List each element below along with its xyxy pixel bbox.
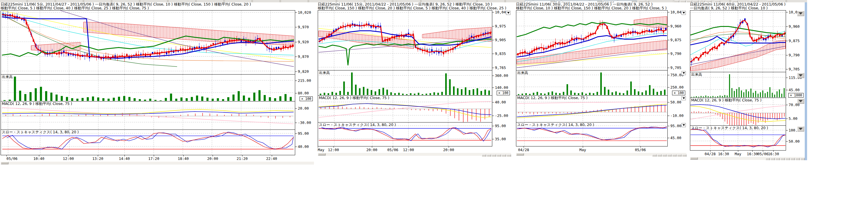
axis-tick-label: 9,875 xyxy=(668,37,681,42)
axis-tick-label: 9,705 xyxy=(668,65,681,70)
stochastics-axis: 95.0035.00 xyxy=(492,122,511,146)
price-pane: 10,0209,9709,9209,8709,820 xyxy=(1,10,314,75)
time-tick-label: 04/28 xyxy=(518,148,529,152)
time-axis: May12:0020:0005/0612:0020:00 xyxy=(318,146,511,152)
bottom-button-row[interactable] xyxy=(765,157,805,160)
axis-tick-label: 80.00 xyxy=(295,90,309,95)
volume-axis: × 100 360.00140.00 xyxy=(492,70,511,96)
chart-title: 日経225mini 11/06( 60分, 2011/04/22 - 2011/… xyxy=(690,2,805,10)
stochastics-label: スロー・ストキャスティクス( 14, 3, 80, 20 ) xyxy=(691,126,768,131)
volume-multiplier-badge: × 100 xyxy=(497,90,510,95)
time-tick-label: 20:00 xyxy=(366,148,377,152)
pane-dropdown-button[interactable] xyxy=(797,73,804,78)
axis-tick-label: 9,905 xyxy=(492,37,506,42)
price-chart[interactable] xyxy=(690,10,786,72)
axis-tick-label: 250.00 xyxy=(668,85,683,89)
volume-label: 出来高 xyxy=(319,70,330,75)
price-chart[interactable] xyxy=(516,10,668,70)
time-axis: 04/2816:30May16:3005/0616:30 xyxy=(690,151,805,156)
macd-pane: MACD( 12, 26, 9 ) 移動平均( Close, 75 ) 70.0… xyxy=(690,98,805,126)
stochastics-pane: スロー・ストキャスティクス( 14, 3, 80, 20 ) 100.0050.… xyxy=(690,126,805,151)
volume-chart[interactable] xyxy=(690,72,786,98)
pane-menu-button[interactable] xyxy=(681,96,686,100)
pane-dropdown-button[interactable] xyxy=(797,126,804,132)
bottom-button-row[interactable] xyxy=(481,154,511,157)
pane-dropdown-button[interactable] xyxy=(797,99,804,104)
pane-dropdown-button[interactable] xyxy=(797,11,804,16)
time-tick-label: 20:00 xyxy=(443,148,454,152)
time-tick-label: 12:00 xyxy=(403,148,414,152)
volume-chart[interactable] xyxy=(318,70,492,96)
axis-tick-label: 9,920 xyxy=(295,39,309,44)
volume-label: 出来高 xyxy=(691,72,702,77)
window-edge-strip xyxy=(805,2,807,160)
axis-tick-label: 50.00 xyxy=(668,100,681,104)
volume-chart[interactable] xyxy=(516,70,668,96)
axis-tick-label: 95.00 xyxy=(668,124,681,128)
time-tick-label: 05/06 xyxy=(387,148,398,152)
macd-label: MACD( 12, 26, 9 ) 移動平均( Close, 75 ) xyxy=(691,98,762,103)
axis-tick-label: -10.00 xyxy=(668,113,683,118)
volume-label: 出来高 xyxy=(517,70,528,75)
price-axis: 10,0209,9709,9209,8709,820 xyxy=(295,10,314,75)
pane-menu-button[interactable] xyxy=(681,71,686,75)
volume-pane: 出来高 × 100 750.00250.00 xyxy=(516,70,686,96)
stochastics-label: スロー・ストキャスティクス( 14, 3, 80, 20 ) xyxy=(517,122,594,127)
time-tick-label: May xyxy=(580,148,586,152)
axis-tick-label: 35.00 xyxy=(492,137,506,141)
scrollbar-thumb[interactable] xyxy=(690,157,698,159)
volume-axis: × 100 750.00250.00 xyxy=(668,70,686,96)
volume-pane: 出来高 × 1000 115.0045.00 xyxy=(690,72,805,98)
time-tick-label: 18:40 xyxy=(178,156,189,161)
macd-pane: MACD( 12, 26, 9 ) 移動平均( Close, 75 ) 40.0… xyxy=(318,96,511,122)
time-tick-label: 04/28 xyxy=(705,152,716,156)
macd-axis: 40.00-25.00 xyxy=(492,96,511,122)
chart-title-line2: 移動平均( Close, 10 ) 移動平均( Close, 150 ) 移動平… xyxy=(516,6,686,10)
stochastics-label: スロー・ストキャスティクス( 14, 3, 80, 20 ) xyxy=(319,122,396,127)
pane-menu-button[interactable] xyxy=(506,11,510,15)
axis-tick-label: 9,765 xyxy=(492,65,506,70)
axis-tick-label: -30.00 xyxy=(295,120,311,124)
time-tick-label: 20:00 xyxy=(207,156,218,161)
axis-tick-label: 95.00 xyxy=(295,131,309,136)
time-tick-label: 12:00 xyxy=(63,156,74,161)
macd-label: MACD( 12, 26, 9 ) 移動平均( Close, 75 ) xyxy=(2,102,72,106)
scrollbar-thumb[interactable] xyxy=(318,153,326,155)
stochastics-pane: スロー・ストキャスティクス( 14, 3, 80, 20 ) 95.0045.0… xyxy=(516,122,686,146)
axis-tick-label: 9,960 xyxy=(786,24,800,29)
axis-tick-label: 5.00 xyxy=(786,116,798,121)
price-chart[interactable] xyxy=(1,10,295,75)
axis-tick-label: 9,835 xyxy=(492,51,506,56)
axis-tick-label: 9,705 xyxy=(786,67,800,71)
time-tick-label: 22:40 xyxy=(266,156,277,161)
time-tick-label: 05/06 xyxy=(6,156,18,161)
volume-label: 出来高 xyxy=(2,75,13,79)
volume-axis: × 1000 115.0045.00 xyxy=(786,72,805,98)
pane-menu-button[interactable] xyxy=(681,123,686,127)
time-tick-label: 05/06 xyxy=(757,152,769,156)
price-chart[interactable] xyxy=(318,10,492,70)
chart-window-30min: 日経225mini 11/06( 30分, 2011/04/22 - 2011/… xyxy=(516,2,686,157)
axis-tick-label: 215.00 xyxy=(295,78,311,83)
stochastics-label: スロー・ストキャスティクス( 14, 3, 80, 20 ) xyxy=(2,130,79,135)
chart-title: 日経225mini 11/06( 5分, 2011/04/27 - 2011/0… xyxy=(1,2,314,10)
chart-title: 日経225mini 11/06( 15分, 2011/04/22 - 2011/… xyxy=(318,2,511,10)
pane-menu-button[interactable] xyxy=(681,11,686,15)
horizontal-scrollbar[interactable] xyxy=(1,162,314,164)
time-tick-label: 16:30 xyxy=(768,152,779,156)
time-tick-label: 16:30 xyxy=(718,152,729,156)
axis-tick-label: 9,960 xyxy=(668,24,681,28)
bottom-button-row[interactable] xyxy=(652,154,686,157)
time-tick-label: 05/06 xyxy=(635,148,646,152)
volume-chart[interactable] xyxy=(1,75,295,102)
stochastics-axis: 100.0050.00 xyxy=(786,126,805,151)
chart-title: 日経225mini 11/06( 30分, 2011/04/22 - 2011/… xyxy=(516,2,686,10)
volume-pane: 出来高 × 100 360.00140.00 xyxy=(318,70,511,96)
time-tick-label: 14:40 xyxy=(119,156,130,161)
time-axis: 05/0610:4012:0013:2014:4017:2018:4020:00… xyxy=(1,155,314,161)
axis-tick-label: 9,870 xyxy=(295,54,309,59)
time-tick-label: May xyxy=(318,148,324,152)
axis-tick-label: 9,790 xyxy=(786,52,800,57)
scrollbar-thumb[interactable] xyxy=(1,162,8,164)
scrollbar-thumb[interactable] xyxy=(516,153,524,155)
